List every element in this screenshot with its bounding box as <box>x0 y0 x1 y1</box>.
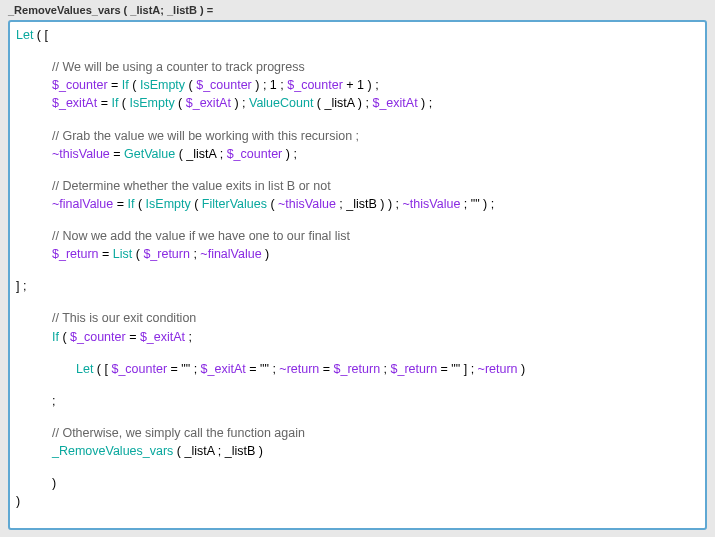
blank-line <box>16 213 699 227</box>
param: _listA <box>186 147 216 161</box>
code-line: // Otherwise, we simply call the functio… <box>16 424 699 442</box>
comment: // Now we add the value if we have one t… <box>52 229 350 243</box>
code-line: ~thisValue = GetValue ( _listA ; $_count… <box>16 145 699 163</box>
code-line: $_counter = If ( IsEmpty ( $_counter ) ;… <box>16 76 699 94</box>
fn-if: If <box>122 78 129 92</box>
variable: $_exitAt <box>140 330 185 344</box>
code-line: $_exitAt = If ( IsEmpty ( $_exitAt ) ; V… <box>16 94 699 112</box>
code-line: If ( $_counter = $_exitAt ; <box>16 328 699 346</box>
code-line: $_return = List ( $_return ; ~finalValue… <box>16 245 699 263</box>
variable: ~thisValue <box>52 147 110 161</box>
variable: $_exitAt <box>201 362 246 376</box>
variable: $_return <box>391 362 438 376</box>
blank-line <box>16 163 699 177</box>
variable: $_exitAt <box>52 96 97 110</box>
code-viewer: Let ( [ // We will be using a counter to… <box>8 20 707 530</box>
semicolon: ; <box>52 394 55 408</box>
blank-line <box>16 295 699 309</box>
paren: ) ; <box>364 78 379 92</box>
variable: $_counter <box>287 78 343 92</box>
fn-isempty: IsEmpty <box>146 197 191 211</box>
paren: ) ; <box>282 147 297 161</box>
fn-if: If <box>52 330 59 344</box>
empty-string: "" <box>451 362 460 376</box>
sep: ; <box>269 362 279 376</box>
paren: ) ; <box>231 96 249 110</box>
paren: ( [ <box>93 362 111 376</box>
keyword-let: Let <box>76 362 93 376</box>
variable: ~finalValue <box>52 197 113 211</box>
paren: ( <box>175 96 186 110</box>
blank-line <box>16 410 699 424</box>
paren: ] ; <box>460 362 477 376</box>
comment: // This is our exit condition <box>52 311 196 325</box>
sep: ; <box>185 330 192 344</box>
param: _listB <box>225 444 256 458</box>
paren: ) ; <box>354 96 372 110</box>
code-line: // Now we add the value if we have one t… <box>16 227 699 245</box>
variable: $_exitAt <box>186 96 231 110</box>
blank-line <box>16 460 699 474</box>
variable: $_return <box>52 247 99 261</box>
sep: ; <box>214 444 224 458</box>
close-paren: ) <box>52 476 56 490</box>
paren: ( <box>313 96 324 110</box>
variable: ~thisValue <box>403 197 461 211</box>
code-line: // This is our exit condition <box>16 309 699 327</box>
sep: ; <box>460 197 470 211</box>
fn-valuecount: ValueCount <box>249 96 313 110</box>
variable: $_counter <box>52 78 108 92</box>
paren: ( <box>267 197 278 211</box>
code-line: ~finalValue = If ( IsEmpty ( FilterValue… <box>16 195 699 213</box>
empty-string: "" <box>260 362 269 376</box>
fn-filtervalues: FilterValues <box>202 197 267 211</box>
code-line: // Grab the value we will be working wit… <box>16 127 699 145</box>
close-paren: ) <box>16 494 20 508</box>
comment: // Determine whether the value exits in … <box>52 179 331 193</box>
code-line: ] ; <box>16 277 699 295</box>
bracket-close: ] ; <box>16 279 26 293</box>
code-line: Let ( [ $_counter = "" ; $_exitAt = "" ;… <box>16 360 699 378</box>
equals: = <box>167 362 181 376</box>
fn-list: List <box>113 247 132 261</box>
blank-line <box>16 378 699 392</box>
blank-line <box>16 44 699 58</box>
paren: ) ; <box>418 96 433 110</box>
paren: ( <box>191 197 202 211</box>
comment: // We will be using a counter to track p… <box>52 60 305 74</box>
fn-recurse: _RemoveValues_vars <box>52 444 173 458</box>
paren: ( <box>173 444 184 458</box>
fn-isempty: IsEmpty <box>140 78 185 92</box>
paren: ) ; <box>480 197 495 211</box>
param: _listB <box>346 197 377 211</box>
param: _listA <box>325 96 355 110</box>
variable: $_exitAt <box>372 96 417 110</box>
variable: ~finalValue <box>200 247 261 261</box>
blank-line <box>16 346 699 360</box>
equals: = <box>319 362 333 376</box>
variable: $_counter <box>111 362 167 376</box>
variable: $_return <box>143 247 190 261</box>
sep: ; <box>336 197 346 211</box>
code-line: ) <box>16 492 699 510</box>
variable: $_counter <box>227 147 283 161</box>
paren: ( <box>129 78 140 92</box>
sep: ; <box>380 362 390 376</box>
signature-text: _RemoveValues_vars ( _listA; _listB ) = <box>8 4 213 16</box>
sep: ; <box>277 78 287 92</box>
code-line: Let ( [ <box>16 26 699 44</box>
plus-one: + 1 <box>343 78 364 92</box>
paren: ( <box>118 96 129 110</box>
equals: = <box>110 147 124 161</box>
equals: = <box>113 197 127 211</box>
code-line: // We will be using a counter to track p… <box>16 58 699 76</box>
paren: ) ; <box>252 78 270 92</box>
paren: ( <box>59 330 70 344</box>
bracket-open: ( [ <box>33 28 48 42</box>
blank-line <box>16 113 699 127</box>
blank-line <box>16 263 699 277</box>
sep: ; <box>216 147 226 161</box>
empty-string: "" <box>471 197 480 211</box>
paren: ( <box>134 197 145 211</box>
number-one: 1 <box>270 78 277 92</box>
